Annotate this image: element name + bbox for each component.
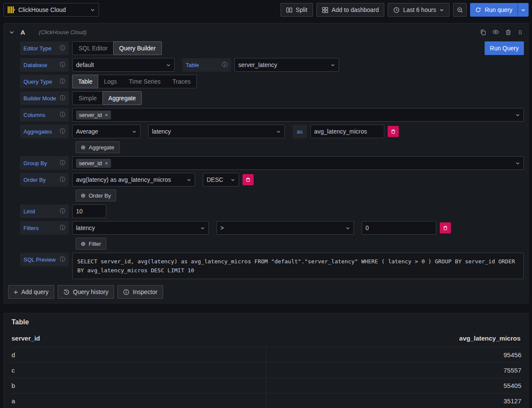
toggle-visibility-eye-icon[interactable]	[492, 29, 499, 35]
editor-type-option-query-builder[interactable]: Query Builder	[113, 41, 162, 55]
aggregate-function-select[interactable]: Average	[72, 125, 140, 138]
query-type-label: Query Type	[23, 79, 52, 85]
add-order-by-button[interactable]: ⊕ Order By	[76, 189, 116, 201]
group-by-label: Group By	[23, 160, 47, 166]
query-type-option-traces[interactable]: Traces	[167, 75, 196, 88]
cell-avg-latency: 35127	[266, 393, 521, 408]
row-add-order-by: ⊕ Order By	[20, 189, 524, 201]
chevron-down-icon	[129, 129, 137, 134]
time-range-button[interactable]: Last 6 hours	[388, 3, 450, 17]
field-label-database: Database ⓘ	[20, 58, 69, 72]
add-order-by-label: Order By	[89, 192, 111, 199]
inspector-button[interactable]: Inspector	[117, 285, 163, 299]
add-to-dashboard-button[interactable]: Add to dashboard	[316, 3, 385, 17]
cell-avg-latency: 75557	[266, 363, 521, 378]
run-query-inline-button[interactable]: Run Query	[485, 41, 524, 55]
remove-chip-icon[interactable]: ×	[105, 112, 108, 118]
filters-label: Filters	[23, 225, 38, 231]
filter-value-input[interactable]: 0	[362, 221, 436, 235]
duplicate-query-icon[interactable]	[480, 29, 486, 35]
query-type-option-time-series[interactable]: Time Series	[123, 75, 167, 88]
aggregate-column-select[interactable]: latency	[148, 125, 285, 138]
filter-field-select[interactable]: latency	[72, 221, 209, 235]
info-icon[interactable]: ⓘ	[60, 128, 65, 135]
run-query-caret-button[interactable]	[517, 3, 529, 17]
trash-icon	[443, 225, 448, 230]
info-icon[interactable]: ⓘ	[60, 207, 65, 215]
delete-query-icon[interactable]	[505, 29, 512, 35]
split-button[interactable]: Split	[281, 3, 313, 17]
row-columns: Columns ⓘ server_id ×	[20, 108, 524, 122]
info-icon[interactable]: ⓘ	[60, 78, 65, 85]
columns-multiselect[interactable]: server_id ×	[72, 108, 524, 122]
query-header-actions	[480, 29, 523, 35]
remove-filter-button[interactable]	[440, 222, 451, 233]
remove-aggregate-button[interactable]	[388, 126, 399, 137]
drag-handle-icon[interactable]	[517, 29, 523, 35]
table-row[interactable]: c 75557	[11, 362, 521, 378]
column-header-avg-latency[interactable]: avg_latency_micros	[266, 335, 520, 342]
chevron-down-icon	[183, 178, 191, 182]
query-type-option-table[interactable]: Table	[72, 75, 98, 88]
column-header-server-id[interactable]: server_id	[12, 335, 266, 342]
sql-preview-label: SQL Preview	[23, 256, 56, 263]
query-footer-actions: + Add query Query history Inspector	[4, 279, 528, 299]
run-query-button[interactable]: Run query	[470, 3, 517, 17]
builder-mode-option-aggregate[interactable]: Aggregate	[102, 91, 142, 105]
as-label: as	[292, 125, 307, 138]
limit-value: 10	[76, 208, 83, 215]
zoom-out-icon	[457, 7, 463, 13]
builder-mode-option-simple[interactable]: Simple	[73, 92, 103, 105]
chevron-down-icon	[90, 7, 95, 12]
group-by-multiselect[interactable]: server_id ×	[72, 156, 524, 170]
aggregate-alias-input[interactable]: avg_latency_micros	[310, 125, 384, 138]
table-select[interactable]: server_latency	[234, 58, 339, 72]
add-filter-button[interactable]: ⊕ Filter	[76, 238, 106, 250]
order-by-direction-select[interactable]: DESC	[203, 173, 239, 187]
add-aggregate-button[interactable]: ⊕ Aggregate	[76, 141, 120, 153]
cell-avg-latency: 95456	[266, 347, 521, 362]
table-row[interactable]: b 55405	[11, 378, 521, 393]
table-row[interactable]: a 35127	[11, 393, 521, 408]
cell-server-id: b	[11, 378, 266, 393]
datasource-name: ClickHouse Cloud	[18, 6, 66, 13]
row-aggregates: Aggregates ⓘ Average latency as avg_late…	[20, 125, 524, 138]
info-icon[interactable]: ⓘ	[222, 61, 228, 69]
info-icon[interactable]: ⓘ	[60, 224, 65, 232]
collapse-icon[interactable]	[9, 29, 15, 35]
add-query-button[interactable]: + Add query	[8, 285, 54, 299]
order-by-field-select[interactable]: avg(latency) as avg_latency_micros	[72, 173, 195, 187]
row-add-aggregate: ⊕ Aggregate	[20, 141, 524, 153]
query-history-button[interactable]: Query history	[58, 285, 114, 299]
inspector-label: Inspector	[133, 289, 158, 295]
builder-mode-label: Builder Mode	[23, 95, 56, 102]
remove-chip-icon[interactable]: ×	[105, 160, 108, 166]
clickhouse-logo-icon	[7, 6, 15, 14]
filter-operator-select[interactable]: >	[216, 221, 354, 235]
info-icon[interactable]: ⓘ	[60, 94, 65, 102]
datasource-picker[interactable]: ClickHouse Cloud	[3, 3, 99, 17]
split-label: Split	[296, 6, 307, 13]
editor-type-option-sql-editor[interactable]: SQL Editor	[73, 42, 114, 55]
info-icon[interactable]: ⓘ	[60, 44, 65, 52]
zoom-out-button[interactable]	[453, 3, 467, 17]
remove-order-by-button[interactable]	[243, 174, 254, 185]
info-icon[interactable]: ⓘ	[60, 111, 65, 119]
info-icon[interactable]: ⓘ	[60, 176, 65, 184]
info-icon[interactable]: ⓘ	[60, 159, 65, 167]
plus-circle-icon: ⊕	[81, 240, 86, 247]
limit-input[interactable]: 10	[72, 204, 106, 218]
field-label-table: Table ⓘ	[182, 58, 231, 72]
query-ref-id[interactable]: A	[20, 29, 25, 36]
query-type-option-logs[interactable]: Logs	[98, 75, 123, 88]
run-query-label: Run query	[485, 6, 512, 13]
info-icon[interactable]: ⓘ	[60, 256, 65, 263]
table-row[interactable]: d 95456	[11, 347, 521, 362]
info-icon[interactable]: ⓘ	[60, 61, 65, 69]
add-to-dashboard-label: Add to dashboard	[332, 6, 379, 13]
aggregates-label: Aggregates	[23, 128, 52, 135]
aggregate-alias-value: avg_latency_micros	[314, 128, 367, 135]
add-query-label: Add query	[21, 289, 49, 295]
database-select[interactable]: default	[72, 58, 175, 72]
chevron-down-icon	[273, 129, 281, 134]
